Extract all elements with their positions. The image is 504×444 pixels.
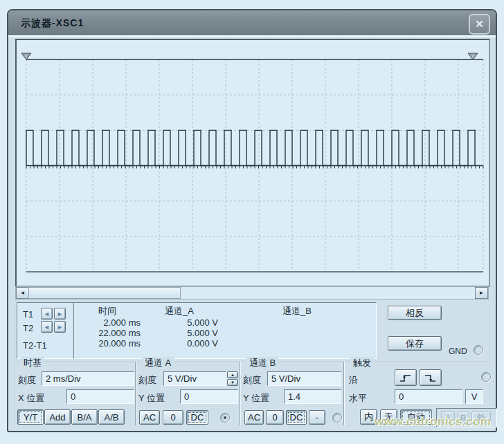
scroll-right-button[interactable]: ► — [475, 287, 488, 299]
cursor-box: T1 ◄ ► T2 ◄ ► T2-T1 — [17, 302, 75, 359]
trigger-rising-edge-button[interactable] — [395, 369, 417, 386]
separator — [240, 362, 241, 425]
channel-a-dc-button[interactable]: DC — [186, 410, 208, 425]
timebase-ab-button[interactable]: A/B — [98, 409, 125, 425]
timebase-xpos-input[interactable]: 0 — [66, 389, 134, 404]
trigger-level-label: 水平 — [349, 392, 367, 405]
zero-button-label: 0 — [170, 412, 175, 423]
scroll-left-button[interactable]: ◄ — [16, 287, 29, 299]
channel-b-ac-button[interactable]: AC — [244, 410, 264, 425]
t2-left-icon: ◄ — [44, 324, 50, 331]
channel-b-ypos-label: Y 位置 — [243, 392, 269, 405]
t1-right-button[interactable]: ► — [54, 308, 66, 320]
timebase-add-button[interactable]: Add — [44, 409, 71, 425]
yt-button-label: Y/T — [24, 412, 37, 423]
channel-b-dc-button[interactable]: DC — [286, 410, 307, 425]
trigger-falling-edge-button[interactable] — [420, 369, 442, 386]
col-header-channel-b: 通道_B — [218, 304, 376, 317]
dc-button-label: DC — [191, 412, 204, 423]
scrollbar-thumb[interactable] — [28, 287, 181, 299]
cursor-dt-label: T2-T1 — [23, 340, 47, 351]
timebase-xpos-label: X 位置 — [18, 392, 44, 405]
t2-right-button[interactable]: ► — [54, 321, 66, 333]
channel-b-scale-input[interactable]: 5 V/Div — [267, 371, 341, 386]
channel-a-ypos-label: Y 位置 — [138, 392, 165, 405]
channel-a-scale-down-button[interactable]: ▼ — [227, 379, 238, 386]
col-header-time: 时间 — [74, 304, 141, 317]
scope-svg: 1 2 — [17, 40, 486, 283]
separator — [135, 362, 136, 425]
terminal-dot — [224, 416, 226, 419]
t1-cha-value: 5.000 V — [141, 317, 218, 328]
dt-cha-value: 0.000 V — [141, 338, 218, 349]
trigger-level-input[interactable]: 0 — [395, 389, 462, 404]
scope-trace — [26, 130, 483, 168]
t2-time-value: 22.000 ms — [74, 328, 141, 338]
dt-time-value: 20.000 ms — [74, 338, 141, 349]
spinner-up-icon: ▲ — [231, 373, 235, 377]
oscilloscope-window: 示波器-XSC1 ✕ 1 2 ◄ ► T1 ◄ ► T2 ◄ ► T2-T1 时… — [7, 9, 497, 432]
separator — [343, 362, 345, 425]
channel-a-scale-input[interactable]: 5 V/Div — [163, 371, 226, 386]
dt-chb-value — [218, 338, 376, 349]
timebase-scale-label: 刻度 — [18, 374, 36, 387]
spinner-down-icon: ▼ — [231, 380, 235, 385]
channel-a-scale-up-button[interactable]: ▲ — [227, 371, 238, 378]
cursor-t2-label: T2 — [23, 323, 33, 333]
channel-b-minus-button[interactable]: - — [309, 410, 325, 425]
channel-b-group-title: 通道 B — [246, 357, 278, 369]
cursor-t1-label: T1 — [23, 309, 33, 320]
t2-chb-value — [218, 328, 376, 338]
channel-a-ypos-input[interactable]: 0 — [180, 389, 238, 404]
channel-a-scale-label: 刻度 — [138, 374, 156, 387]
t2-left-button[interactable]: ◄ — [41, 321, 53, 333]
timebase-yt-button[interactable]: Y/T — [17, 409, 44, 425]
channel-b-ypos-input[interactable]: 1.4 — [284, 389, 341, 404]
scope-display: 1 2 — [15, 39, 490, 287]
channel-b-zero-button[interactable]: 0 — [266, 410, 284, 425]
t1-time-value: 2.000 ms — [74, 317, 141, 328]
t1-left-icon: ◄ — [44, 311, 50, 317]
channel-b-input-terminal[interactable] — [332, 413, 342, 423]
internal-button-label: 内 — [364, 411, 373, 423]
t2-right-icon: ► — [57, 324, 63, 331]
dc-button-label: DC — [290, 412, 303, 423]
window-title: 示波器-XSC1 — [21, 10, 84, 35]
scroll-left-icon: ◄ — [20, 290, 26, 296]
timebase-ba-button[interactable]: B/A — [71, 409, 98, 425]
trigger-group-title: 触发 — [350, 357, 374, 369]
gnd-label: GND — [449, 346, 467, 356]
ac-button-label: AC — [248, 412, 260, 423]
t1-right-icon: ► — [57, 311, 63, 317]
falling-edge-icon — [424, 373, 437, 382]
close-button[interactable]: ✕ — [469, 14, 490, 35]
gnd-terminal[interactable] — [474, 345, 483, 355]
col-header-channel-a: 通道_A — [141, 304, 218, 317]
add-button-label: Add — [49, 412, 65, 423]
t1-chb-value — [218, 317, 376, 328]
title-bar[interactable]: 示波器-XSC1 ✕ — [8, 10, 496, 37]
minus-button-label: - — [316, 412, 318, 423]
trigger-level-unit[interactable]: V — [465, 389, 483, 404]
trigger-external-terminal[interactable] — [481, 372, 491, 382]
t2-cha-value: 5.000 V — [141, 328, 218, 338]
reverse-button[interactable]: 相反 — [388, 306, 442, 320]
save-button[interactable]: 保存 — [388, 336, 442, 351]
ab-button-label: A/B — [105, 412, 119, 423]
t1-left-button[interactable]: ◄ — [41, 308, 53, 320]
channel-a-zero-button[interactable]: 0 — [163, 410, 183, 425]
watermark: www.cntronics.com — [375, 415, 491, 429]
timebase-scale-input[interactable]: 2 ms/Div — [42, 371, 134, 386]
channel-a-ac-button[interactable]: AC — [139, 410, 160, 425]
channel-b-scale-label: 刻度 — [243, 374, 261, 387]
channel-a-input-terminal[interactable] — [220, 413, 230, 423]
timebase-group-title: 时基 — [21, 357, 44, 369]
trigger-edge-label: 沿 — [349, 374, 358, 387]
scroll-right-icon: ► — [479, 290, 485, 296]
ba-button-label: B/A — [78, 412, 92, 423]
reverse-button-label: 相反 — [406, 307, 424, 320]
horizontal-scrollbar[interactable]: ◄ ► — [15, 286, 489, 299]
channel-a-group-title: 通道 A — [142, 357, 174, 369]
save-button-label: 保存 — [406, 337, 424, 350]
zero-button-label: 0 — [272, 412, 277, 423]
